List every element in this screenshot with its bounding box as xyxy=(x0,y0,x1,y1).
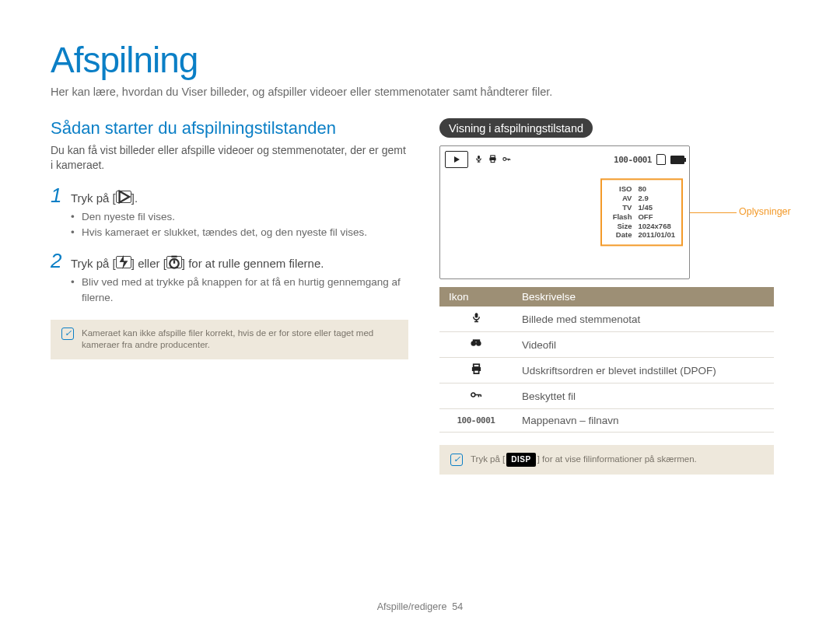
play-icon xyxy=(116,191,131,203)
key-icon xyxy=(439,384,513,409)
section-description: Du kan få vist billeder eller afspille v… xyxy=(51,143,408,173)
mode-pill: Visning i afspilningstilstand xyxy=(439,118,593,138)
play-mode-icon xyxy=(445,151,468,168)
disp-button-label: DISP xyxy=(506,453,535,467)
flash-icon xyxy=(116,256,131,268)
th-icon: Ikon xyxy=(439,287,513,306)
svg-rect-16 xyxy=(474,313,478,317)
note-icon: ✓ xyxy=(450,454,463,466)
note-text: Kameraet kan ikke afspille filer korrekt… xyxy=(82,328,397,352)
folder-file-label: 100-0001 xyxy=(439,409,513,433)
print-icon xyxy=(439,358,513,384)
step-1-sub-2: Hvis kameraet er slukket, tændes det, og… xyxy=(71,225,408,240)
step-1-text: Tryk på []. xyxy=(71,191,138,206)
battery-icon xyxy=(670,156,684,164)
file-counter: 100-0001 xyxy=(614,155,652,165)
page-footer: Afspille/redigere 54 xyxy=(0,601,840,612)
desc-folder-file: Mappenavn – filnavn xyxy=(513,409,774,433)
step-1-number: 1 xyxy=(51,185,71,205)
intro-text: Her kan lære, hvordan du Viser billeder,… xyxy=(51,86,789,98)
svg-point-20 xyxy=(476,341,481,346)
desc-voice-memo: Billede med stemmenotat xyxy=(513,306,774,332)
page-title: Afspilning xyxy=(51,39,789,81)
svg-point-25 xyxy=(471,393,474,397)
lcd-screen: 100-0001 ISO80 AV2.9 TV1/45 FlashOFF Siz… xyxy=(439,145,690,279)
note-box-left: ✓ Kameraet kan ikke afspille filer korre… xyxy=(51,320,408,359)
th-desc: Beskrivelse xyxy=(513,287,774,306)
svg-marker-5 xyxy=(454,156,460,163)
memory-icon xyxy=(656,154,666,165)
callout-label: Oplysninger xyxy=(739,206,791,217)
step-1-sub-1: Den nyeste fil vises. xyxy=(71,209,408,225)
svg-rect-22 xyxy=(473,364,479,367)
svg-rect-11 xyxy=(491,159,495,162)
desc-video: Videofil xyxy=(513,332,774,358)
icon-table: Ikon Beskrivelse Billede med stemmenotat… xyxy=(439,287,774,433)
svg-rect-24 xyxy=(474,370,478,373)
timer-icon xyxy=(166,256,182,268)
callout-line xyxy=(690,212,737,213)
mic-icon xyxy=(474,155,483,165)
svg-point-12 xyxy=(503,157,506,160)
note-box-right: ✓ Tryk på [DISP] for at vise filinformat… xyxy=(439,445,774,475)
mic-icon xyxy=(439,306,513,332)
note-right-text: Tryk på [DISP] for at vise filinformatio… xyxy=(471,453,697,467)
desc-dpof: Udskriftsordren er blevet indstillet (DP… xyxy=(513,358,774,384)
svg-rect-21 xyxy=(472,339,479,342)
svg-marker-1 xyxy=(119,255,128,269)
left-column: Sådan starter du afspilningstilstanden D… xyxy=(51,118,408,475)
step-2-number: 2 xyxy=(51,250,71,271)
step-2-sub-1: Bliv ved med at trykke på knappen for at… xyxy=(71,275,408,305)
svg-rect-9 xyxy=(491,155,495,157)
print-icon xyxy=(488,155,497,165)
section-heading: Sådan starter du afspilningstilstanden xyxy=(51,118,408,138)
info-box: ISO80 AV2.9 TV1/45 FlashOFF Size1024x768… xyxy=(600,178,683,246)
svg-marker-0 xyxy=(119,191,129,202)
step-2-text: Tryk på [] eller [] for at rulle gennem … xyxy=(71,256,324,271)
svg-rect-6 xyxy=(478,155,480,159)
svg-point-19 xyxy=(471,341,476,346)
note-icon: ✓ xyxy=(61,328,74,340)
video-icon xyxy=(439,332,513,358)
right-column: Visning i afspilningstilstand 100 xyxy=(439,118,774,475)
key-icon xyxy=(502,155,511,165)
desc-protected: Beskyttet fil xyxy=(513,384,774,409)
